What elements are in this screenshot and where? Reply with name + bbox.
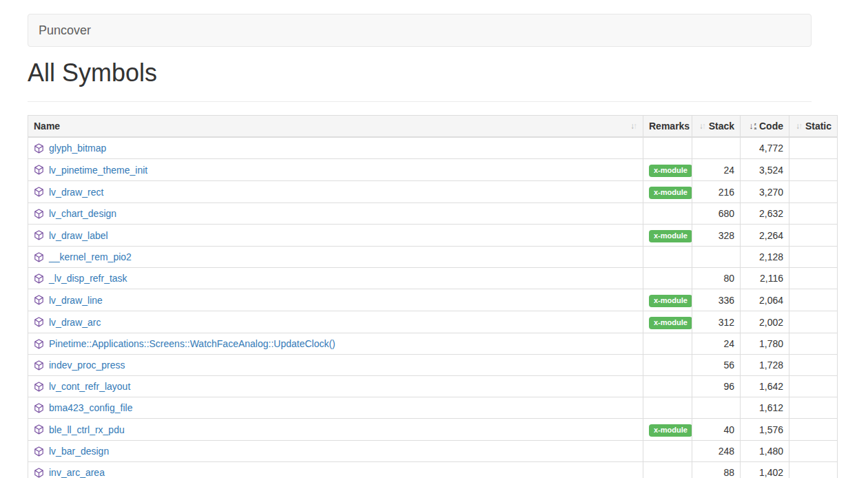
code-cell: 2,128 [741,247,789,268]
symbol-link[interactable]: __kernel_rem_pio2 [49,250,132,264]
code-cell: 2,264 [741,225,789,247]
static-cell [789,289,838,311]
table-row: lv_chart_design 680 2,632 [28,203,838,225]
table-body: glyph_bitmap 4,772 lv_pinetime_theme_ini… [28,137,838,478]
code-cell: 1,642 [741,376,789,397]
sort-desc-icon: ↓za [749,122,756,130]
column-header-stack[interactable]: ↓↑ Stack [692,116,741,138]
static-cell [789,159,838,181]
table-row: glyph_bitmap 4,772 [28,137,838,159]
symbol-link[interactable]: lv_draw_label [49,229,108,242]
symbol-cube-icon [34,317,44,327]
symbol-link[interactable]: lv_pinetime_theme_init [49,163,147,177]
remarks-cell [643,333,692,355]
symbol-cube-icon [34,187,44,197]
symbol-link[interactable]: _lv_disp_refr_task [49,271,127,285]
static-cell [789,268,838,289]
column-label: Remarks [649,121,690,132]
code-cell: 3,270 [741,181,789,203]
remarks-cell: x-module [643,419,692,441]
symbol-cube-icon [34,295,44,305]
x-module-badge: x-module [649,295,692,307]
column-header-static[interactable]: ↓↑ Static [789,116,838,138]
stack-cell [692,137,741,159]
remarks-cell [643,268,692,289]
table-row: Pinetime::Applications::Screens::WatchFa… [28,333,838,355]
stack-cell [692,247,741,268]
stack-cell: 680 [692,203,741,225]
remarks-cell: x-module [643,159,692,181]
brand-link[interactable]: Puncover [28,23,91,37]
column-header-name[interactable]: Name ↓↑ [28,116,643,138]
column-label: Static [805,119,831,133]
symbol-link[interactable]: inv_arc_area [49,466,105,478]
table-row: lv_draw_rect x-module 216 3,270 [28,181,838,203]
table-row: lv_draw_label x-module 328 2,264 [28,225,838,247]
x-module-badge: x-module [649,317,692,329]
code-cell: 1,480 [741,441,789,462]
symbol-cube-icon [34,209,44,219]
symbol-cube-icon [34,165,44,175]
symbol-link[interactable]: lv_chart_design [49,207,116,220]
code-cell: 1,780 [741,333,789,355]
sort-both-icon: ↓↑ [630,122,637,130]
symbol-cube-icon [34,424,44,435]
symbol-link[interactable]: lv_draw_arc [49,315,101,329]
symbol-link[interactable]: lv_cont_refr_layout [49,380,130,393]
column-label: Stack [709,119,734,133]
table-row: indev_proc_press 56 1,728 [28,355,838,376]
x-module-badge: x-module [649,187,692,199]
remarks-cell [643,137,692,159]
static-cell [789,203,838,225]
code-cell: 2,002 [741,311,789,333]
page-title: All Symbols [28,59,812,102]
static-cell [789,376,838,397]
remarks-cell [643,441,692,462]
remarks-cell [643,376,692,397]
symbol-cube-icon [34,382,44,392]
symbol-link[interactable]: lv_draw_line [49,293,103,307]
column-header-code[interactable]: ↓za Code [741,116,789,138]
stack-cell: 80 [692,268,741,289]
code-cell: 3,524 [741,159,789,181]
navbar: Puncover [28,14,812,47]
symbol-cube-icon [34,360,44,371]
symbol-link[interactable]: indev_proc_press [49,358,125,372]
symbol-cube-icon [34,339,44,349]
table-row: __kernel_rem_pio2 2,128 [28,247,838,268]
table-row: ble_ll_ctrl_rx_pdu x-module 40 1,576 [28,419,838,441]
code-cell: 1,402 [741,462,789,478]
table-row: bma423_config_file 1,612 [28,397,838,419]
stack-cell: 88 [692,462,741,478]
code-cell: 1,612 [741,397,789,419]
symbol-link[interactable]: ble_ll_ctrl_rx_pdu [49,423,125,437]
symbol-link[interactable]: Pinetime::Applications::Screens::WatchFa… [49,337,335,351]
stack-cell: 312 [692,311,741,333]
table-row: lv_draw_arc x-module 312 2,002 [28,311,838,333]
symbol-link[interactable]: glyph_bitmap [49,141,106,155]
stack-cell: 56 [692,355,741,376]
remarks-cell: x-module [643,181,692,203]
x-module-badge: x-module [649,424,692,437]
stack-cell: 216 [692,181,741,203]
remarks-cell [643,462,692,478]
static-cell [789,441,838,462]
stack-cell: 24 [692,333,741,355]
remarks-cell: x-module [643,289,692,311]
symbol-link[interactable]: bma423_config_file [49,401,132,415]
code-cell: 1,728 [741,355,789,376]
symbols-table: Name ↓↑ Remarks ↓↑ Stack ↓za Code [28,115,838,478]
table-row: lv_cont_refr_layout 96 1,642 [28,376,838,397]
symbol-link[interactable]: lv_bar_design [49,444,109,458]
code-cell: 1,576 [741,419,789,441]
stack-cell: 24 [692,159,741,181]
code-cell: 2,632 [741,203,789,225]
symbol-cube-icon [34,446,44,457]
stack-cell: 40 [692,419,741,441]
column-header-remarks[interactable]: Remarks [643,116,692,138]
remarks-cell [643,247,692,268]
symbol-link[interactable]: lv_draw_rect [49,185,103,199]
static-cell [789,397,838,419]
static-cell [789,311,838,333]
static-cell [789,333,838,355]
